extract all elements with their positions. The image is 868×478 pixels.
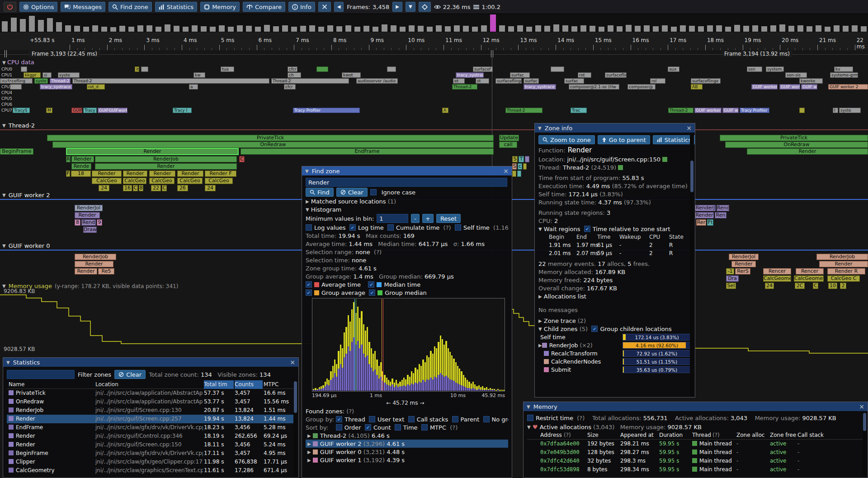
allocations-list-header[interactable]: ▶ Allocations list [538, 292, 691, 300]
cpu-segment[interactable]: surfac [564, 78, 584, 84]
timeline-zone[interactable]: T [519, 156, 524, 162]
timeline-zone[interactable]: Render [92, 170, 122, 177]
options-button[interactable]: Options [19, 2, 57, 12]
timeline-zone[interactable]: Render [177, 170, 203, 177]
memory-column-header[interactable]: Zone alloc [736, 431, 764, 440]
time-ruler[interactable]: +55.83 s1 ms2 ms3 ms4 ms5 ms6 ms7 ms8 ms… [0, 33, 868, 50]
collapse-arrow[interactable]: ▼ [306, 207, 309, 212]
timeline-zone[interactable]: Render [75, 268, 97, 274]
timeline-zone[interactable]: CalcGeo C [827, 275, 860, 282]
active-allocations-header[interactable]: ▼ ♥ Active allocations (3,043) Memory us… [527, 423, 864, 431]
memory-scrollbar[interactable] [863, 412, 867, 477]
cpu-segment[interactable]: M [46, 108, 52, 113]
cpu-segment[interactable] [316, 66, 328, 72]
cpu-segment[interactable]: Thread-2 [72, 78, 269, 84]
self-time-checkbox[interactable] [455, 224, 461, 231]
memory-column-header[interactable]: Zone free [770, 431, 796, 440]
thread-header[interactable]: ▼Thread-2 [2, 122, 35, 129]
child-zone-row[interactable]: Self time 172.14 us (3.83%) [538, 333, 691, 341]
memory-column-header[interactable]: Thread [692, 431, 711, 440]
stats-row[interactable]: Clipperjni/../jni/src/claw/gfx/geo/Clipp… [7, 458, 295, 466]
zone-info-scrollbar[interactable] [690, 133, 694, 396]
timeline-zone[interactable]: call [499, 142, 517, 148]
find-button[interactable]: Find [306, 188, 334, 197]
wait-column-header[interactable]: Time [597, 233, 610, 241]
timeline-zone[interactable]: Rencer [763, 268, 791, 274]
stats-column-header[interactable]: Total tim [204, 380, 234, 389]
timeline-zone[interactable]: Render [695, 212, 714, 218]
expand-arrow[interactable]: ▶ [307, 441, 311, 446]
cpu-segment[interactable] [141, 66, 148, 72]
timeline-zone[interactable]: 24 [205, 185, 216, 191]
goto-frame-button[interactable] [419, 2, 431, 12]
cpu-segment[interactable]: GUIF w [722, 108, 739, 113]
timeline-zone[interactable]: Sel [726, 283, 736, 289]
cpu-segment[interactable]: Trac [571, 108, 587, 113]
cpu-segment[interactable]: surfaceflinger [605, 72, 627, 78]
bin-decrement-button[interactable]: - [411, 214, 420, 223]
collapse-arrow[interactable]: ▼ [2, 243, 6, 248]
collapse-arrow[interactable]: ▼ [527, 404, 530, 409]
cpu-segment[interactable]: system_s [766, 66, 784, 72]
timeline-zone[interactable]: OnRedraw [52, 142, 494, 148]
timeline-zone[interactable]: 2C [795, 283, 805, 289]
frame-menu-button[interactable]: ▼ [406, 2, 415, 12]
group-callstacks-checkbox[interactable] [408, 416, 415, 422]
cpu-segment[interactable]: I [833, 108, 838, 113]
min-bin-input[interactable] [377, 214, 408, 223]
timeline-zone[interactable]: CalcGeo [177, 178, 203, 184]
close-icon[interactable]: × [686, 125, 692, 131]
cpu-segment[interactable]: kw [193, 72, 205, 78]
cpu-segment[interactable]: GUIF worker 0 [751, 84, 778, 90]
cumulate-time-checkbox[interactable] [387, 224, 394, 231]
timeline-zone[interactable]: Update [499, 135, 519, 141]
log-values-checkbox[interactable] [306, 224, 312, 231]
child-zone-row[interactable]: Submit 35.63 us (0.79%) [538, 365, 691, 374]
collapse-arrow[interactable]: ▼ [538, 126, 542, 131]
child-zone-row[interactable]: RecalcTransform 72.92 us (1.62%) [538, 349, 691, 357]
cpu-segment[interactable]: ch [288, 72, 301, 78]
timeline-zone[interactable] [525, 156, 529, 162]
timeline-zone[interactable]: -1 [726, 268, 734, 274]
cpu-segment[interactable]: GUIF worke [779, 84, 800, 90]
restrict-time-checkbox[interactable] [527, 415, 533, 421]
wait-regions-header[interactable]: ▼ Wait regions ✔Time relative to zone st… [538, 225, 691, 233]
cpu-segment[interactable]: kv [834, 66, 853, 72]
cpu-segment[interactable]: Tracy [83, 108, 97, 113]
cpu-segment[interactable]: aux [668, 66, 679, 72]
cpu-segment[interactable]: surfac [524, 78, 539, 84]
stats-row[interactable]: Renderjni/../jni/src/guif/Control.cpp:34… [7, 432, 295, 440]
allocation-row[interactable]: 0x7dfc42d64032 bytes298.3 ms59.95 s-acti… [527, 457, 864, 465]
sort-order-checkbox[interactable] [336, 424, 342, 431]
collapse-arrow[interactable]: ▼ [6, 360, 10, 365]
cpu-segment[interactable]: GUIF w [801, 84, 817, 90]
stats-row[interactable]: RenderJobjni/../jni/src/guif/Screen.cpp:… [7, 406, 295, 415]
timeline-zone[interactable]: F [66, 170, 70, 177]
find-zone-search-input[interactable] [306, 178, 507, 187]
stats-row[interactable]: Renderjni/../jni/src/guif/Screen.cpp:150… [7, 440, 295, 449]
zone-group-row[interactable]: ▶ Thread-2 (4,105) 6.46 s [306, 431, 508, 440]
wait-column-header[interactable]: CPU [649, 233, 660, 241]
cpu-segment[interactable]: cfcr [284, 84, 296, 90]
timeline-zone[interactable]: Render [75, 212, 100, 218]
timeline-zone[interactable]: C [239, 156, 245, 162]
stats-row[interactable]: BeginFramejni/../jni/src/claw/gfx/drv/vk… [7, 449, 295, 458]
cpu-segment[interactable]: rot [578, 72, 591, 78]
collapse-arrow[interactable]: ▼ [527, 425, 531, 430]
memory-column-header[interactable]: Appeared at [620, 431, 654, 440]
collapse-arrow[interactable]: ▼ [2, 123, 6, 128]
timeline-zone[interactable]: CalcGeo [123, 178, 146, 184]
timeline-zone[interactable]: 10 [828, 283, 837, 289]
cpu-segment[interactable]: et [453, 78, 465, 84]
stats-clear-button[interactable]: Clear [114, 370, 146, 379]
cpu-segment[interactable]: A [442, 108, 448, 113]
cpu-segment[interactable]: Tracy Profiler [293, 108, 360, 113]
timeline-zone[interactable]: 8 [75, 219, 80, 226]
collapse-arrow[interactable]: ▶ [306, 199, 309, 204]
cpu-segment[interactable]: Tracy I [173, 108, 192, 113]
cpu-segment[interactable] [551, 66, 564, 72]
timeline-zone[interactable]: Render [819, 261, 868, 267]
collapse-arrow[interactable]: ▼ [538, 227, 542, 232]
close-icon[interactable]: × [859, 403, 864, 410]
cpu-segment[interactable]: tracy_systrace [40, 84, 72, 90]
